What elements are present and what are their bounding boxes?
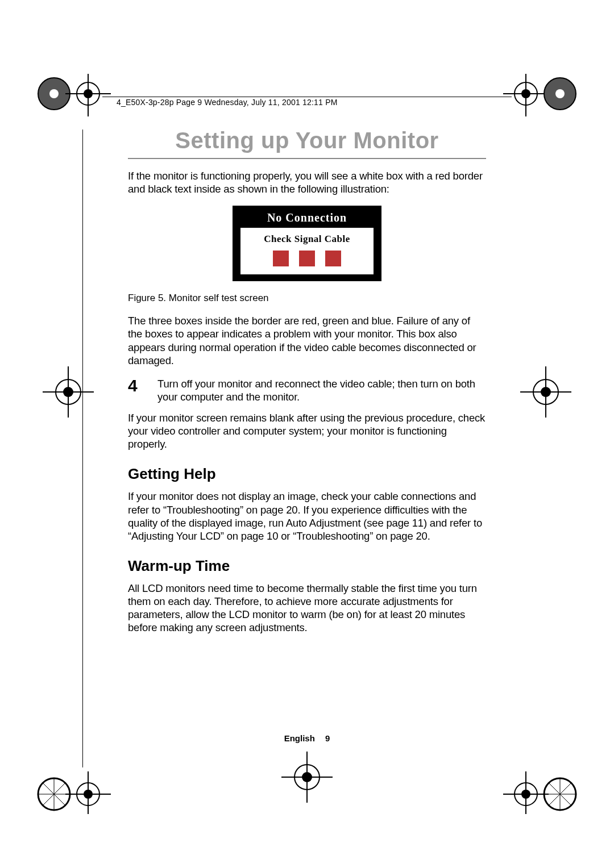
- crop-mark-top-left: [34, 74, 142, 142]
- crop-mark-bottom-mid: [273, 743, 341, 811]
- page-title: Setting up Your Monitor: [128, 128, 486, 153]
- step-text: Turn off your monitor and reconnect the …: [157, 377, 486, 403]
- step-number: 4: [128, 377, 144, 403]
- rgb-box-red: [273, 251, 289, 266]
- crop-mark-left-mid: [34, 358, 102, 426]
- crop-mark-bottom-left: [34, 746, 142, 814]
- footer-language: English: [284, 733, 315, 743]
- intro-paragraph: If the monitor is functioning properly, …: [128, 169, 486, 195]
- page-footer: English 9: [0, 733, 614, 743]
- heading-getting-help: Getting Help: [128, 465, 486, 483]
- svg-point-1: [49, 89, 59, 98]
- step-4: 4 Turn off your monitor and reconnect th…: [128, 377, 486, 403]
- diagram-title: No Connection: [233, 211, 381, 224]
- heading-warm-up: Warm-up Time: [128, 557, 486, 575]
- rgb-box-blue: [325, 251, 341, 266]
- crop-mark-top-right: [472, 74, 580, 142]
- rgb-explanation: The three boxes inside the border are re…: [128, 314, 486, 367]
- svg-point-11: [555, 89, 565, 98]
- self-test-diagram: No Connection Check Signal Cable: [128, 206, 486, 281]
- after-step-paragraph: If your monitor screen remains blank aft…: [128, 411, 486, 450]
- print-file-header: 4_E50X-3p-28p Page 9 Wednesday, July 11,…: [117, 98, 338, 107]
- figure-caption: Figure 5. Monitor self test screen: [128, 293, 486, 304]
- getting-help-paragraph: If your monitor does not display an imag…: [128, 490, 486, 542]
- crop-mark-bottom-right: [472, 746, 580, 814]
- footer-page-number: 9: [325, 733, 330, 743]
- warm-up-paragraph: All LCD monitors need time to become the…: [128, 582, 486, 635]
- diagram-subtitle: Check Signal Cable: [240, 233, 374, 245]
- crop-mark-right-mid: [512, 358, 580, 426]
- title-rule: [128, 158, 486, 159]
- rgb-box-green: [299, 251, 315, 266]
